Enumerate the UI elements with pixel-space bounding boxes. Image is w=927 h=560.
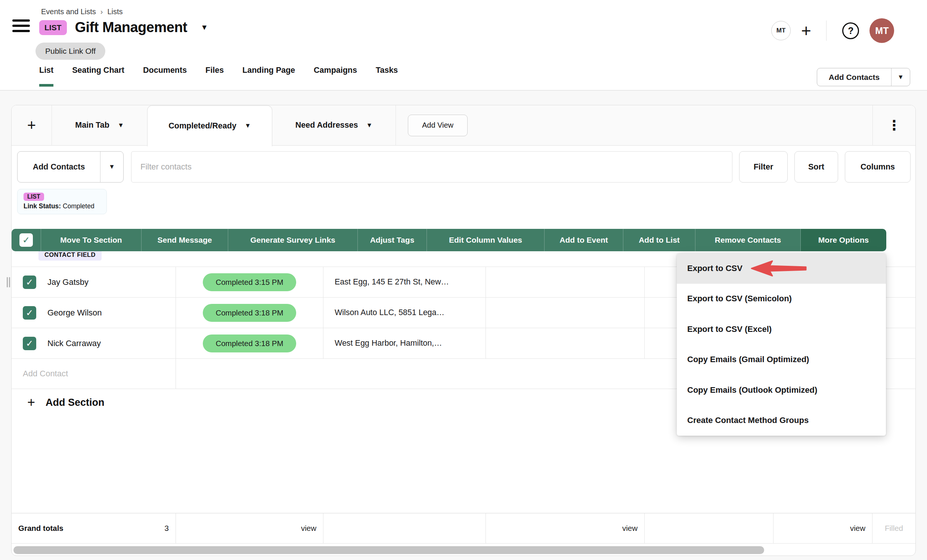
need-addresses-chevron-down-icon[interactable]: ▼ <box>366 122 372 129</box>
status-cell: Completed 3:18 PM <box>176 328 324 358</box>
totals-view-link[interactable]: view <box>774 513 872 543</box>
bulk-action-more-options[interactable]: More Options <box>801 229 886 251</box>
breadcrumb: Events and Lists › Lists <box>41 8 123 16</box>
top-right-icons: MT + ? MT <box>771 18 894 43</box>
add-view-zone: Add View <box>395 105 468 145</box>
status-pill[interactable]: Completed 3:18 PM <box>203 334 296 352</box>
create-new-plus-icon[interactable]: + <box>801 21 811 40</box>
drag-handle-icon[interactable] <box>7 277 10 287</box>
menu-item-label: Create Contact Method Groups <box>687 416 808 425</box>
bulk-action-adjust-tags[interactable]: Adjust Tags <box>358 229 427 251</box>
status-pill[interactable]: Completed 3:15 PM <box>203 273 296 291</box>
kebab-menu-icon: ⋮ <box>887 118 901 133</box>
sort-button[interactable]: Sort <box>795 151 838 182</box>
address-cell[interactable]: Wilson Auto LLC, 5851 Lega… <box>324 297 486 328</box>
chip-label: Link Status: <box>24 202 61 210</box>
view-tab-strip: + Main Tab ▼ Completed/Ready ▼ Need Addr… <box>12 105 915 146</box>
bulk-action-remove-contacts[interactable]: Remove Contacts <box>695 229 801 251</box>
row-checkbox[interactable]: ✓ <box>23 276 36 289</box>
grand-totals-cell: Grand totals 3 <box>12 513 176 543</box>
contact-name: Nick Carraway <box>47 338 101 348</box>
completed-ready-chevron-down-icon[interactable]: ▼ <box>245 122 251 129</box>
title-chevron-down-icon[interactable]: ▼ <box>201 23 208 32</box>
panel-more-menu-button[interactable]: ⋮ <box>872 105 915 146</box>
main-tab-chevron-down-icon[interactable]: ▼ <box>118 122 124 129</box>
add-view-tab-plus-icon[interactable]: + <box>12 105 52 145</box>
empty-cell[interactable] <box>486 267 644 297</box>
contact-name-cell[interactable]: ✓ Nick Carraway <box>12 328 176 358</box>
bulk-action-move-to-section[interactable]: Move To Section <box>41 229 141 251</box>
add-contact-placeholder[interactable]: Add Contact <box>12 359 176 389</box>
add-contacts-button-label: Add Contacts <box>18 152 100 182</box>
grand-totals-label: Grand totals <box>18 524 64 533</box>
row-checkbox[interactable]: ✓ <box>23 337 36 350</box>
add-contacts-button[interactable]: Add Contacts ▼ <box>17 151 124 182</box>
view-tab-main-tab-label: Main Tab <box>75 121 109 130</box>
columns-button[interactable]: Columns <box>845 151 910 182</box>
nav-tab-landing-page[interactable]: Landing Page <box>242 66 295 87</box>
breadcrumb-separator-icon: › <box>100 8 103 16</box>
add-contacts-button-header[interactable]: Add Contacts ▼ <box>817 68 910 86</box>
add-section-button[interactable]: + Add Section <box>27 395 105 410</box>
hamburger-menu-icon[interactable] <box>12 20 30 32</box>
contact-name-cell[interactable]: ✓ George Wilson <box>12 297 176 328</box>
totals-filled-label: Filled <box>872 513 915 543</box>
totals-view-link[interactable]: view <box>176 513 324 543</box>
totals-empty-cell <box>644 513 774 543</box>
nav-tab-campaigns[interactable]: Campaigns <box>314 66 357 87</box>
menu-item-copy-emails-gmail[interactable]: Copy Emails (Gmail Optimized) <box>677 344 886 375</box>
bulk-action-edit-column-values[interactable]: Edit Column Values <box>427 229 544 251</box>
totals-view-link[interactable]: view <box>486 513 644 543</box>
breadcrumb-item-lists[interactable]: Lists <box>107 8 123 16</box>
contact-name-cell[interactable]: ✓ Jay Gatsby <box>12 267 176 297</box>
status-cell: Completed 3:15 PM <box>176 267 324 297</box>
menu-item-label: Export to CSV (Excel) <box>687 325 772 334</box>
nav-tab-tasks[interactable]: Tasks <box>376 66 398 87</box>
link-status-filter-chip[interactable]: LIST Link Status: Completed <box>17 189 107 214</box>
menu-item-copy-emails-outlook[interactable]: Copy Emails (Outlook Optimized) <box>677 375 886 405</box>
workspace-avatar[interactable]: MT <box>771 21 791 40</box>
address-cell[interactable]: East Egg, 145 E 27th St, New… <box>324 267 486 297</box>
add-contacts-chevron-down-icon[interactable]: ▼ <box>891 68 910 86</box>
nav-tab-list[interactable]: List <box>39 66 53 87</box>
filter-button[interactable]: Filter <box>739 151 788 182</box>
menu-item-export-to-csv-excel[interactable]: Export to CSV (Excel) <box>677 314 886 344</box>
menu-item-export-to-csv-semicolon[interactable]: Export to CSV (Semicolon) <box>677 284 886 314</box>
select-all-checkbox[interactable]: ✓ <box>20 233 33 247</box>
bulk-action-add-to-list[interactable]: Add to List <box>623 229 695 251</box>
empty-cell[interactable] <box>486 297 644 328</box>
user-avatar[interactable]: MT <box>869 18 894 43</box>
menu-item-label: Export to CSV <box>687 264 743 273</box>
bulk-action-add-to-event[interactable]: Add to Event <box>544 229 623 251</box>
menu-item-export-to-csv[interactable]: Export to CSV <box>677 253 886 284</box>
view-tab-completed-ready[interactable]: Completed/Ready ▼ <box>147 105 272 146</box>
horizontal-scrollbar-thumb[interactable] <box>14 546 764 554</box>
empty-cell[interactable] <box>486 328 644 358</box>
nav-tabs: List Seating Chart Documents Files Landi… <box>39 66 398 87</box>
nav-tab-seating-chart[interactable]: Seating Chart <box>72 66 125 87</box>
header-divider <box>0 90 927 91</box>
menu-item-create-contact-method-groups[interactable]: Create Contact Method Groups <box>677 405 886 436</box>
filter-contacts-input[interactable] <box>131 151 732 182</box>
status-cell: Completed 3:18 PM <box>176 297 324 328</box>
view-tab-completed-ready-label: Completed/Ready <box>169 121 236 131</box>
public-link-status-pill[interactable]: Public Link Off <box>35 42 105 60</box>
add-view-button[interactable]: Add View <box>408 115 468 136</box>
page-title: Gift Management <box>75 20 187 35</box>
totals-empty-cell <box>324 513 486 543</box>
add-contacts-split-chevron-down-icon[interactable]: ▼ <box>100 152 123 182</box>
bulk-action-send-message[interactable]: Send Message <box>141 229 228 251</box>
row-checkbox[interactable]: ✓ <box>23 306 36 320</box>
view-tab-main-tab[interactable]: Main Tab ▼ <box>52 105 147 145</box>
nav-tab-documents[interactable]: Documents <box>143 66 187 87</box>
view-tab-need-addresses-label: Need Addresses <box>295 121 358 130</box>
list-type-badge: LIST <box>39 20 67 35</box>
nav-tab-files[interactable]: Files <box>205 66 224 87</box>
chip-value: Completed <box>63 202 94 210</box>
bulk-action-generate-survey-links[interactable]: Generate Survey Links <box>228 229 358 251</box>
help-icon[interactable]: ? <box>842 23 859 39</box>
address-cell[interactable]: West Egg Harbor, Hamilton,… <box>324 328 486 358</box>
breadcrumb-item-events-and-lists[interactable]: Events and Lists <box>41 8 96 16</box>
view-tab-need-addresses[interactable]: Need Addresses ▼ <box>272 105 395 145</box>
status-pill[interactable]: Completed 3:18 PM <box>203 304 296 322</box>
